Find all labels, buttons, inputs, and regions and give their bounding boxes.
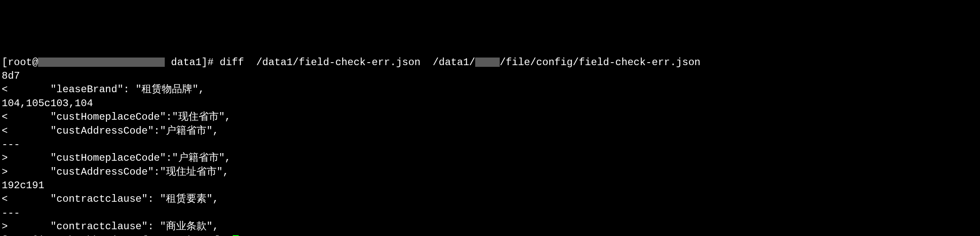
diff-line-added: > "contractclause": "商业条款", — [2, 220, 978, 233]
command-prompt-line: [root@iZzm0b3chkogjx99gft6ycZ data1]# — [2, 234, 978, 236]
diff-separator: --- — [2, 138, 978, 151]
diff-line-removed: < "contractclause": "租赁要素", — [2, 192, 978, 206]
diff-separator: --- — [2, 206, 978, 220]
diff-line-added: > "custHomeplaceCode":"户籍省市", — [2, 151, 978, 165]
diff-line-removed: < "custHomeplaceCode":"现住省市", — [2, 110, 978, 124]
command-line-1: [root@ data1]# diff /data1/field-check-e… — [2, 56, 978, 69]
prompt-user-host-prefix: [root@ — [2, 57, 38, 68]
redacted-path-segment — [475, 58, 500, 67]
diff-hunk-header: 192c191 — [2, 179, 978, 192]
command-line-mid: data1]# diff /data1/field-check-err.json… — [165, 57, 475, 68]
terminal-output[interactable]: [root@ data1]# diff /data1/field-check-e… — [2, 56, 978, 236]
diff-hunk-header: 8d7 — [2, 69, 978, 83]
redacted-hostname — [38, 58, 165, 67]
prompt-text: [root@iZzm0b3chkogjx99gft6ycZ data1]# — [2, 235, 233, 236]
diff-line-added: > "custAddressCode":"现住址省市", — [2, 165, 978, 179]
diff-hunk-header: 104,105c103,104 — [2, 97, 978, 110]
command-line-suffix: /file/config/field-check-err.json — [500, 57, 700, 68]
diff-line-removed: < "leaseBrand": "租赁物品牌", — [2, 83, 978, 96]
diff-line-removed: < "custAddressCode":"户籍省市", — [2, 124, 978, 138]
